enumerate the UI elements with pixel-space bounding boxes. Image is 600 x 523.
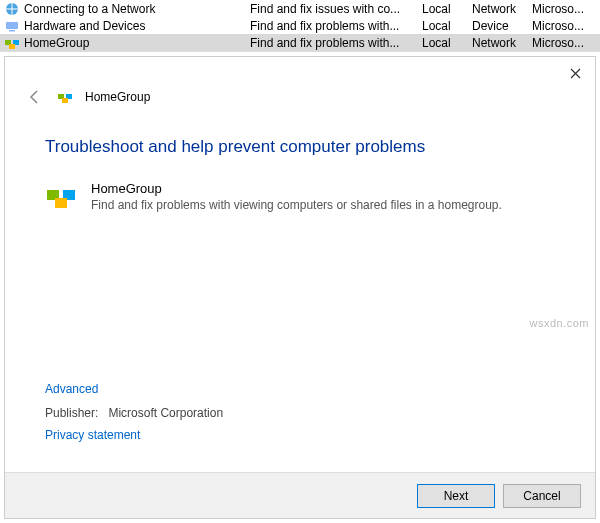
svg-rect-1: [6, 22, 18, 29]
dialog-header: HomeGroup: [5, 57, 595, 107]
publisher-label: Publisher:: [45, 406, 98, 420]
troubleshooter-dialog: HomeGroup Troubleshoot and help prevent …: [4, 56, 596, 519]
next-button[interactable]: Next: [417, 484, 495, 508]
cell-publisher: Microso...: [532, 19, 592, 33]
advanced-link[interactable]: Advanced: [45, 382, 223, 396]
dialog-links: Advanced Publisher: Microsoft Corporatio…: [45, 382, 223, 452]
homegroup-large-icon: [45, 181, 77, 213]
troubleshooter-item: HomeGroup Find and fix problems with vie…: [45, 181, 555, 213]
cell-desc: Find and fix problems with...: [250, 19, 422, 33]
cell-publisher: Microso...: [532, 2, 592, 16]
homegroup-icon: [57, 89, 73, 105]
cell-location: Local: [422, 19, 472, 33]
cell-name: Connecting to a Network: [24, 2, 250, 16]
network-icon: [4, 1, 20, 17]
back-button[interactable]: [25, 87, 45, 107]
cell-desc: Find and fix problems with...: [250, 36, 422, 50]
dialog-footer: Next Cancel: [5, 472, 595, 518]
publisher-line: Publisher: Microsoft Corporation: [45, 406, 223, 420]
cell-location: Local: [422, 2, 472, 16]
watermark-text: wsxdn.com: [529, 317, 589, 329]
cell-publisher: Microso...: [532, 36, 592, 50]
svg-rect-2: [9, 30, 15, 32]
item-description: Find and fix problems with viewing compu…: [91, 198, 502, 212]
close-button[interactable]: [563, 61, 587, 85]
list-item[interactable]: Hardware and Devices Find and fix proble…: [0, 17, 600, 34]
cancel-button[interactable]: Cancel: [503, 484, 581, 508]
svg-rect-8: [62, 98, 68, 103]
list-item[interactable]: HomeGroup Find and fix problems with... …: [0, 34, 600, 51]
device-icon: [4, 18, 20, 34]
cell-name: Hardware and Devices: [24, 19, 250, 33]
item-title: HomeGroup: [91, 181, 502, 196]
cell-desc: Find and fix issues with co...: [250, 2, 422, 16]
privacy-link[interactable]: Privacy statement: [45, 428, 223, 442]
close-icon: [570, 68, 581, 79]
cell-category: Network: [472, 36, 532, 50]
svg-rect-11: [55, 198, 67, 208]
svg-rect-5: [9, 44, 15, 49]
cell-name: HomeGroup: [24, 36, 250, 50]
troubleshooter-list: Connecting to a Network Find and fix iss…: [0, 0, 600, 52]
cell-category: Device: [472, 19, 532, 33]
page-title: Troubleshoot and help prevent computer p…: [45, 137, 555, 157]
breadcrumb: HomeGroup: [85, 90, 150, 104]
arrow-left-icon: [27, 89, 43, 105]
publisher-value: Microsoft Corporation: [108, 406, 223, 420]
cell-location: Local: [422, 36, 472, 50]
list-item[interactable]: Connecting to a Network Find and fix iss…: [0, 0, 600, 17]
dialog-body: Troubleshoot and help prevent computer p…: [5, 107, 595, 213]
cell-category: Network: [472, 2, 532, 16]
homegroup-icon: [4, 35, 20, 51]
